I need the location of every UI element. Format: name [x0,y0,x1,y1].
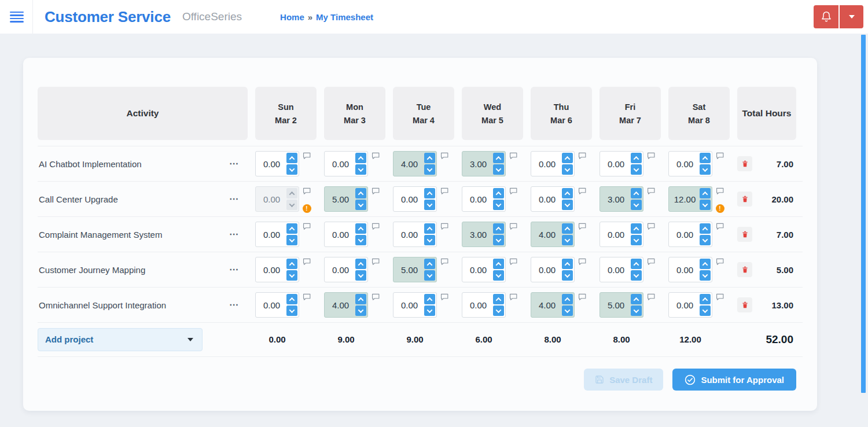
increment-button[interactable] [493,294,504,304]
decrement-button[interactable] [562,200,573,210]
increment-button[interactable] [493,223,504,234]
hours-input[interactable]: 0.00 [668,257,712,282]
decrement-button[interactable] [631,305,642,316]
increment-button[interactable] [286,153,297,163]
hours-input[interactable]: 0.00 [393,186,437,212]
comment-icon[interactable] [303,187,311,194]
comment-icon[interactable] [440,223,448,230]
increment-button[interactable] [286,188,297,198]
comment-icon[interactable] [303,152,311,159]
hours-input[interactable]: 3.00 [599,186,643,212]
hours-input[interactable]: 0.00 [531,257,575,282]
comment-icon[interactable] [509,223,517,230]
delete-row-button[interactable] [737,156,752,171]
increment-button[interactable] [424,294,435,304]
row-menu-button[interactable]: ⋯ [229,265,240,274]
delete-row-button[interactable] [737,262,752,277]
hours-input[interactable]: 0.00 [324,257,368,282]
decrement-button[interactable] [493,164,504,175]
comment-icon[interactable] [647,223,655,230]
decrement-button[interactable] [286,235,297,245]
comment-icon[interactable] [716,223,724,230]
decrement-button[interactable] [355,305,366,316]
hours-input[interactable]: 3.00 [462,222,506,247]
hours-input[interactable]: 0.00 [255,151,299,176]
hours-input[interactable]: 0.00 [324,151,368,176]
comment-icon[interactable] [372,152,380,159]
hours-input[interactable]: 0.00 [668,151,712,176]
delete-row-button[interactable] [737,192,752,207]
increment-button[interactable] [286,294,297,304]
decrement-button[interactable] [493,270,504,281]
hours-input[interactable]: 0.00 [462,292,506,318]
increment-button[interactable] [631,294,642,304]
comment-icon[interactable] [372,223,380,230]
hours-input[interactable]: 0.00 [668,222,712,247]
increment-button[interactable] [631,223,642,234]
hours-input[interactable]: 3.00 [462,151,506,176]
increment-button[interactable] [562,223,573,234]
comment-icon[interactable] [578,293,586,300]
comment-icon[interactable] [716,293,724,300]
increment-button[interactable] [700,259,711,269]
breadcrumb-current-link[interactable]: My Timesheet [316,12,373,22]
increment-button[interactable] [355,294,366,304]
decrement-button[interactable] [700,164,711,175]
increment-button[interactable] [355,259,366,269]
increment-button[interactable] [493,259,504,269]
hours-input[interactable]: 0.00 [462,186,506,212]
increment-button[interactable] [700,188,711,198]
comment-icon[interactable] [509,258,517,265]
comment-icon[interactable] [509,152,517,159]
comment-icon[interactable] [716,187,724,194]
hours-input[interactable]: 0.00 [531,186,575,212]
decrement-button[interactable] [493,235,504,245]
hours-input[interactable]: 0.00 [255,257,299,282]
comment-icon[interactable] [372,187,380,194]
decrement-button[interactable] [631,200,642,210]
increment-button[interactable] [424,153,435,163]
decrement-button[interactable] [493,200,504,210]
comment-icon[interactable] [372,258,380,265]
comment-icon[interactable] [647,187,655,194]
increment-button[interactable] [424,188,435,198]
hours-input[interactable]: 4.00 [324,292,368,318]
decrement-button[interactable] [355,200,366,210]
account-dropdown-button[interactable] [840,5,863,28]
increment-button[interactable] [562,153,573,163]
increment-button[interactable] [631,259,642,269]
hours-input[interactable]: 0.00 [599,151,643,176]
hours-input[interactable]: 0.00 [393,222,437,247]
hours-input[interactable]: 0.00 [393,292,437,318]
notifications-button[interactable] [814,5,838,28]
decrement-button[interactable] [424,270,435,281]
increment-button[interactable] [286,259,297,269]
comment-icon[interactable] [647,293,655,300]
row-menu-button[interactable]: ⋯ [229,300,240,310]
increment-button[interactable] [562,259,573,269]
hours-input[interactable]: 4.00 [393,151,437,176]
decrement-button[interactable] [355,164,366,175]
comment-icon[interactable] [578,258,586,265]
comment-icon[interactable] [440,258,448,265]
decrement-button[interactable] [286,305,297,316]
hours-input[interactable]: 0.00 [599,222,643,247]
comment-icon[interactable] [440,187,448,194]
increment-button[interactable] [355,188,366,198]
comment-icon[interactable] [716,152,724,159]
increment-button[interactable] [355,223,366,234]
decrement-button[interactable] [562,164,573,175]
decrement-button[interactable] [700,305,711,316]
comment-icon[interactable] [440,293,448,300]
increment-button[interactable] [424,223,435,234]
hours-input[interactable]: 0.00 [599,257,643,282]
comment-icon[interactable] [647,258,655,265]
decrement-button[interactable] [286,164,297,175]
increment-button[interactable] [700,294,711,304]
row-menu-button[interactable]: ⋯ [229,194,240,204]
decrement-button[interactable] [424,200,435,210]
increment-button[interactable] [700,223,711,234]
decrement-button[interactable] [700,235,711,245]
decrement-button[interactable] [424,305,435,316]
increment-button[interactable] [424,259,435,269]
